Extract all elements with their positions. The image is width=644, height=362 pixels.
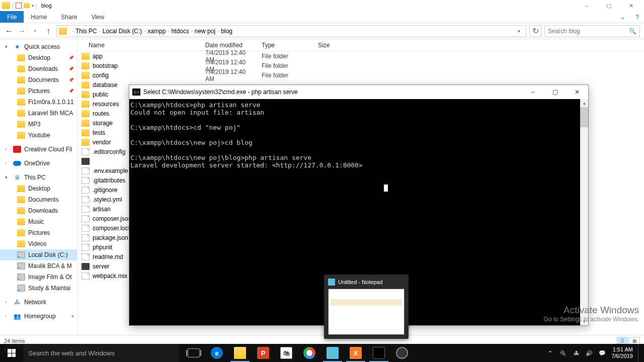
sidebar-item[interactable]: Pictures📌 (0, 85, 77, 97)
crumb-sep: › (144, 29, 145, 34)
address-bar[interactable]: ›This PC ›Local Disk (C:) ›xampp ›htdocs… (56, 25, 526, 37)
refresh-button[interactable]: ↻ (529, 25, 541, 37)
item-count: 24 items (4, 338, 25, 344)
sidebar-item[interactable]: Downloads📌 (0, 63, 77, 74)
taskbar-chrome[interactable] (298, 344, 321, 362)
show-desktop-button[interactable] (638, 344, 641, 362)
file-row[interactable]: app7/4/2019 12:40 AMFile folder (77, 51, 644, 61)
tab-share[interactable]: Share (54, 11, 84, 23)
system-tray: ⌃ 🔌 🖧 🔊 💬 1:51 AM 7/6/2019 (546, 344, 644, 362)
sidebar-item[interactable]: Desktop📌 (0, 52, 77, 63)
tray-network-icon[interactable]: 🖧 (572, 349, 580, 357)
tray-action-center-icon[interactable]: 💬 (598, 349, 606, 357)
sidebar-item[interactable]: Downloads (0, 205, 77, 216)
tab-view[interactable]: View (84, 11, 111, 23)
tab-home[interactable]: Home (24, 11, 54, 23)
sidebar-creative-cloud[interactable]: ›Creative Cloud Fil (0, 144, 77, 155)
breadcrumb-item[interactable]: Local Disk (C:) (103, 28, 142, 35)
sidebar-item-label: Local Disk (C:) (28, 251, 68, 258)
windows-logo-icon (8, 349, 16, 357)
sidebar-onedrive[interactable]: ›OneDrive (0, 158, 77, 169)
file-row[interactable]: bootstrap7/4/2019 12:40 AMFile folder (77, 61, 644, 70)
sidebar-this-pc[interactable]: ▾🖥This PC (0, 172, 77, 183)
sidebar-item[interactable]: Documents📌 (0, 74, 77, 85)
scroll-up-icon[interactable]: ▴ (580, 99, 588, 107)
search-input[interactable]: Search blog 🔍 (544, 25, 640, 37)
minimize-button[interactable]: – (576, 0, 598, 11)
qat-dropdown-icon[interactable]: ▾ (32, 4, 34, 8)
breadcrumb-item[interactable]: new poj (195, 28, 215, 35)
taskbar-notepad[interactable] (321, 344, 344, 362)
column-type[interactable]: Type (258, 42, 314, 49)
breadcrumb-item[interactable]: blog (221, 28, 232, 35)
cmd-maximize-button[interactable]: ▢ (544, 85, 566, 99)
file-icon (82, 187, 90, 194)
column-name[interactable]: Name (77, 42, 201, 49)
sidebar-item-label: Downloads (28, 65, 58, 72)
scroll-thumb[interactable] (580, 107, 588, 127)
qat-newfolder-icon[interactable] (24, 3, 30, 8)
pin-icon: 📌 (68, 55, 74, 60)
help-icon[interactable]: ? (630, 11, 644, 23)
sidebar-quick-access[interactable]: ▾★Quick access (0, 41, 77, 52)
close-button[interactable]: ✕ (620, 0, 642, 11)
address-dropdown-icon[interactable]: ▾ (514, 29, 524, 34)
cmd-minimize-button[interactable]: – (522, 85, 544, 99)
taskbar-edge[interactable]: e (205, 344, 228, 362)
sidebar-item[interactable]: Pictures (0, 227, 77, 238)
column-size[interactable]: Size (314, 42, 348, 49)
sidebar-item[interactable]: Videos (0, 238, 77, 249)
taskbar-powerpoint[interactable]: P (252, 344, 275, 362)
cmd-scrollbar[interactable]: ▴ ▾ (580, 99, 588, 325)
file-tab[interactable]: File (0, 11, 24, 23)
sidebar-item[interactable]: Desktop (0, 183, 77, 194)
sidebar-item[interactable]: Fi1m0ra.9.1.0.11📌 (0, 97, 77, 108)
drive-icon (17, 262, 25, 269)
sidebar-item[interactable]: Documents (0, 194, 77, 205)
sidebar-network[interactable]: ›🖧Network (0, 297, 77, 308)
maximize-button[interactable]: ▢ (598, 0, 620, 11)
breadcrumb-item[interactable]: xampp (147, 28, 166, 35)
tray-clock[interactable]: 1:51 AM 7/6/2019 (611, 346, 633, 359)
taskbar-obs[interactable] (390, 344, 414, 362)
sidebar-item[interactable]: Laravel 5th MCA📌 (0, 108, 77, 119)
tray-volume-icon[interactable]: 🔊 (585, 349, 593, 357)
file-row[interactable]: config7/4/2019 12:40 AMFile folder (77, 70, 644, 80)
qat-properties-icon[interactable] (16, 3, 22, 9)
cmd-close-button[interactable]: ✕ (566, 85, 588, 99)
tray-battery-icon[interactable]: 🔌 (559, 349, 567, 357)
recent-dropdown[interactable]: ▾ (30, 26, 40, 36)
tray-overflow-icon[interactable]: ⌃ (546, 349, 554, 357)
sidebar-item[interactable]: Study & Maintai (0, 283, 77, 294)
taskbar-thumbnail[interactable]: Untitled - Notepad (324, 275, 409, 339)
cmd-titlebar[interactable]: C:\ Select C:\Windows\system32\cmd.exe -… (129, 85, 588, 99)
file-icon (82, 215, 90, 222)
up-button[interactable]: ↑ (43, 26, 53, 36)
sidebar-item[interactable]: Music (0, 216, 77, 227)
taskbar-explorer[interactable] (228, 344, 252, 362)
breadcrumb-item[interactable]: htdocs (171, 28, 189, 35)
window-title: blog (41, 3, 52, 9)
start-button[interactable] (0, 344, 23, 362)
sidebar-item-label: Fi1m0ra.9.1.0.11 (28, 99, 74, 106)
ribbon-expand-icon[interactable]: ⌄ (615, 11, 630, 23)
sidebar-homegroup[interactable]: ›👥Homegroup▾ (0, 311, 77, 322)
sidebar-item[interactable]: Maulik BCA & M (0, 260, 77, 272)
sidebar-item[interactable]: Youtube (0, 130, 77, 141)
task-view-button[interactable] (182, 344, 205, 362)
column-date[interactable]: Date modified (201, 42, 258, 49)
folder-icon (17, 207, 25, 214)
taskbar-xampp[interactable]: X (344, 344, 367, 362)
taskbar-store[interactable]: 🛍 (275, 344, 298, 362)
breadcrumb-item[interactable]: This PC (75, 28, 97, 35)
taskbar-cmd[interactable] (367, 344, 390, 362)
back-button[interactable]: ← (4, 26, 14, 36)
sidebar-item-label: Downloads (28, 207, 58, 214)
sidebar-item[interactable]: Image Film & Ot (0, 272, 77, 283)
file-icon (82, 244, 90, 251)
sidebar-item-label: MP3 (28, 121, 41, 128)
sidebar-item[interactable]: MP3 (0, 119, 77, 130)
sidebar-item[interactable]: Local Disk (C:) (0, 249, 77, 260)
forward-button[interactable]: → (17, 26, 27, 36)
cortana-search[interactable]: Search the web and Windows (23, 344, 179, 362)
